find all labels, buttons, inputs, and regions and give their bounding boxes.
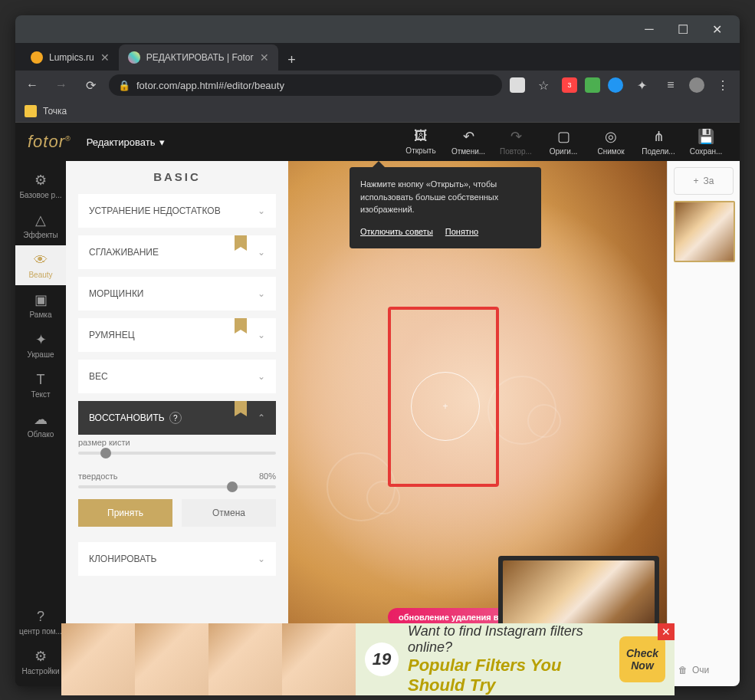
- help-icon[interactable]: ?: [169, 412, 182, 424]
- cloud-icon: ☁: [34, 411, 48, 428]
- star-icon: ✦: [35, 331, 47, 348]
- cta-text: Check: [626, 647, 658, 659]
- sidebar-item-frame[interactable]: ▣Рамка: [15, 285, 66, 325]
- redo-button[interactable]: ↷Повтор...: [494, 128, 537, 156]
- sidebar-label: Текст: [31, 390, 50, 399]
- dropdown-label: Редактировать: [87, 136, 156, 148]
- disable-hints-link[interactable]: Отключить советы: [360, 225, 433, 238]
- share-button[interactable]: ⋔Подели...: [637, 128, 680, 156]
- back-button[interactable]: ←: [21, 74, 43, 96]
- tool-label: Ориги...: [550, 147, 578, 156]
- ad-banner[interactable]: 19 Want to find Instagram filters online…: [61, 623, 675, 695]
- chevron-down-icon: ⌄: [258, 288, 265, 299]
- tab-close-icon[interactable]: ✕: [100, 51, 110, 64]
- bookmark-folder-icon: [25, 105, 37, 117]
- sidebar-item-cloud[interactable]: ☁Облако: [15, 405, 66, 445]
- cancel-button[interactable]: Отмена: [182, 499, 276, 527]
- url-input[interactable]: 🔒 fotor.com/app.html#/editor/beauty: [109, 74, 502, 96]
- premium-badge-icon: [235, 318, 247, 334]
- clear-button[interactable]: 🗑 Очи: [674, 660, 734, 680]
- slider-value: 80%: [259, 472, 276, 481]
- got-it-link[interactable]: Понятно: [445, 225, 478, 238]
- panel-item-wrinkles[interactable]: МОРЩИНКИ⌄: [78, 277, 276, 311]
- flask-icon: △: [35, 212, 46, 228]
- ad-cta-button[interactable]: Check Now: [619, 636, 665, 682]
- share-icon: ⋔: [653, 128, 665, 145]
- close-button[interactable]: ✕: [700, 18, 734, 41]
- extension-icon[interactable]: [608, 77, 623, 93]
- reload-button[interactable]: ⟳: [80, 74, 101, 96]
- extension-icon[interactable]: 3: [562, 77, 577, 93]
- sidebar-label: Облако: [28, 430, 54, 439]
- apply-button[interactable]: Принять: [78, 499, 172, 527]
- panel-item-smoothing[interactable]: СГЛАЖИВАНИЕ⌄: [78, 235, 276, 269]
- ad-subheadline: Popular Filters You Should Try: [408, 656, 619, 695]
- star-icon[interactable]: ☆: [533, 74, 554, 96]
- premium-badge-icon: [235, 401, 247, 416]
- browser-tab-lumpics[interactable]: Lumpics.ru ✕: [21, 44, 119, 71]
- item-label: РУМЯНЕЦ: [89, 330, 135, 340]
- panel-item-blush[interactable]: РУМЯНЕЦ⌄: [78, 318, 276, 352]
- profile-avatar[interactable]: [689, 77, 704, 93]
- watermark-icon: [327, 452, 396, 521]
- item-label: МОРЩИНКИ: [89, 288, 144, 299]
- tool-label: Отмени...: [451, 147, 485, 156]
- tooltip-text: Нажмите кнопку «Открыть», чтобы использо…: [360, 178, 530, 216]
- premium-badge-icon: [235, 235, 247, 251]
- snapshot-button[interactable]: ◎Снимок: [589, 128, 632, 156]
- reading-list-icon[interactable]: ≡: [660, 74, 681, 96]
- menu-icon[interactable]: ⋮: [712, 74, 734, 96]
- sidebar-item-beauty[interactable]: 👁Beauty: [15, 245, 66, 285]
- mode-dropdown[interactable]: Редактировать ▾: [87, 136, 166, 148]
- tool-label: Открыть: [405, 146, 435, 155]
- tool-label: Снимок: [597, 147, 624, 156]
- panel-item-weight[interactable]: ВЕС⌄: [78, 360, 276, 393]
- panel-item-blemish[interactable]: УСТРАНЕНИЕ НЕДОСТАТКОВ⌄: [78, 194, 276, 228]
- chevron-down-icon: ⌄: [258, 247, 265, 258]
- chevron-down-icon: ⌄: [258, 205, 265, 216]
- sidebar-label: Украше: [28, 350, 54, 359]
- trash-icon: 🗑: [678, 665, 688, 675]
- original-button[interactable]: ▢Ориги...: [542, 128, 585, 156]
- image-icon: ▢: [557, 128, 570, 145]
- browser-tabs: Lumpics.ru ✕ РЕДАКТИРОВАТЬ | Fotor ✕ +: [15, 43, 740, 71]
- translate-icon[interactable]: [510, 77, 525, 93]
- sidebar-item-settings[interactable]: ⚙Настройки: [15, 642, 66, 682]
- sidebar-item-help[interactable]: ?центр пом...: [15, 602, 66, 642]
- upload-button[interactable]: + За: [674, 167, 734, 195]
- open-button[interactable]: 🖼Открыть: [399, 128, 442, 156]
- hardness-slider[interactable]: [78, 485, 276, 488]
- item-label: КЛОНИРОВАТЬ: [89, 554, 156, 564]
- redo-icon: ↷: [510, 128, 522, 145]
- panel-item-clone[interactable]: КЛОНИРОВАТЬ⌄: [78, 542, 276, 576]
- brush-cursor: +: [411, 372, 480, 441]
- browser-tab-fotor[interactable]: РЕДАКТИРОВАТЬ | Fotor ✕: [119, 44, 278, 71]
- forward-button[interactable]: →: [51, 74, 72, 96]
- sidebar-label: Базовое р...: [19, 191, 61, 199]
- chevron-down-icon: ⌄: [258, 554, 265, 564]
- tool-label: Подели...: [642, 147, 675, 156]
- window-titlebar: ─ ☐ ✕: [15, 15, 740, 43]
- tab-close-icon[interactable]: ✕: [260, 51, 269, 64]
- panel-title: BASIC: [66, 170, 288, 183]
- extensions-icon[interactable]: ✦: [631, 74, 652, 96]
- panel-item-restore[interactable]: ВОССТАНОВИТЬ?⌃: [78, 401, 276, 435]
- ad-close-button[interactable]: ✕: [658, 623, 675, 640]
- frame-icon: ▣: [34, 291, 48, 308]
- extension-icon[interactable]: [585, 77, 600, 93]
- sidebar-item-stickers[interactable]: ✦Украше: [15, 325, 66, 365]
- canvas-area[interactable]: + Нажмите кнопку «Открыть», чтобы исполь…: [288, 161, 667, 686]
- sidebar-item-text[interactable]: TТекст: [15, 365, 66, 405]
- ad-number-badge: 19: [365, 642, 399, 676]
- sidebar-item-basic[interactable]: ⚙Базовое р...: [15, 166, 66, 205]
- bookmark-item[interactable]: Точка: [43, 106, 67, 117]
- image-thumbnail[interactable]: [674, 201, 735, 262]
- fotor-logo[interactable]: fotor: [28, 132, 71, 152]
- undo-button[interactable]: ↶Отмени...: [447, 128, 490, 156]
- sidebar-item-effects[interactable]: △Эффекты: [15, 205, 66, 245]
- new-tab-button[interactable]: +: [281, 49, 303, 71]
- minimize-button[interactable]: ─: [632, 18, 666, 41]
- save-button[interactable]: 💾Сохран...: [684, 128, 727, 156]
- maximize-button[interactable]: ☐: [666, 18, 700, 41]
- brush-size-slider[interactable]: [78, 452, 276, 455]
